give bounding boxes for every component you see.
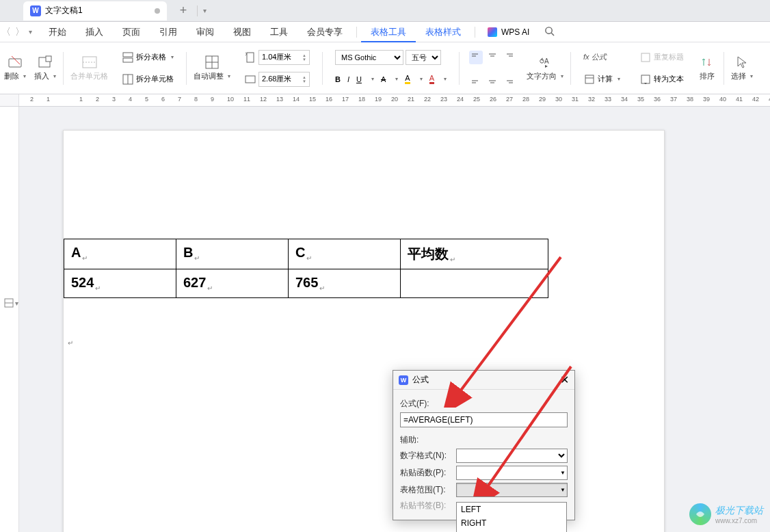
table-cell[interactable]: C↵	[289, 239, 401, 269]
col-width-icon	[244, 73, 256, 85]
paste-bookmark-label: 粘贴书签(B):	[400, 500, 453, 511]
table-range-select[interactable]: ▼	[456, 483, 568, 497]
add-tab-button[interactable]: +	[175, 3, 191, 19]
strike-button[interactable]: A	[381, 75, 386, 83]
nav-icon[interactable]: ▾	[4, 298, 18, 308]
ruler-tick: 6	[161, 96, 165, 103]
ruler-tick: 8	[194, 96, 198, 103]
italic-button[interactable]: I	[347, 75, 349, 83]
menu-start[interactable]: 开始	[39, 26, 76, 38]
search-icon[interactable]	[537, 26, 561, 38]
menu-insert[interactable]: 插入	[76, 26, 113, 38]
ruler-tick: 3	[112, 96, 116, 103]
wps-ai-button[interactable]: WPS AI	[479, 27, 537, 37]
highlight-button[interactable]: A	[405, 74, 410, 84]
ruler-tick: 42	[752, 96, 759, 103]
nav-dropdown-icon[interactable]: ▾	[29, 28, 32, 36]
font-name-select[interactable]: MS Gothic	[335, 50, 403, 65]
dialog-titlebar[interactable]: W 公式 ✕	[393, 371, 574, 390]
close-icon[interactable]: ✕	[560, 373, 569, 386]
menu-review[interactable]: 审阅	[187, 26, 224, 38]
ruler-tick: 16	[326, 96, 332, 103]
table-cell[interactable]: 平均数↵	[401, 239, 548, 269]
paste-function-select[interactable]: ▼	[456, 466, 568, 480]
table-range-dropdown: LEFT RIGHT ABOVE BELOW	[456, 502, 567, 532]
ruler-tick: 41	[736, 96, 743, 103]
wps-ai-label: WPS AI	[501, 27, 529, 37]
ruler-tick: 34	[621, 96, 628, 103]
repeat-header-button[interactable]: 重复标题	[637, 48, 687, 67]
select-button[interactable]: 选择▾	[727, 52, 757, 84]
table-cell[interactable]	[401, 269, 548, 298]
v-ruler[interactable]	[0, 107, 19, 532]
to-text-button[interactable]: 转为文本	[637, 70, 687, 89]
menu-table-style[interactable]: 表格样式	[416, 26, 470, 38]
align-br-button[interactable]	[502, 72, 516, 86]
menu-table-tools[interactable]: 表格工具	[361, 22, 416, 42]
table-cell[interactable]: B↵	[176, 239, 289, 269]
nav-back-icon[interactable]: 〈	[1, 26, 11, 38]
menu-member[interactable]: 会员专享	[297, 26, 352, 38]
formula-input[interactable]	[400, 412, 568, 427]
table-cell[interactable]: A↵	[64, 239, 176, 269]
row-height-input[interactable]: 1.04厘米▲▼	[258, 50, 310, 65]
document-table[interactable]: A↵ B↵ C↵ 平均数↵ 524↵ 627↵ 765↵	[64, 239, 548, 298]
fontcolor-button[interactable]: A	[429, 74, 434, 84]
insert-button[interactable]: 插入▾	[30, 52, 60, 84]
merge-cells-button[interactable]: 合并单元格	[66, 52, 112, 84]
svg-rect-32	[641, 53, 650, 62]
fx-formula-button[interactable]: fx 公式	[581, 48, 623, 67]
doc-tab-left: W 文字文稿1	[30, 5, 83, 16]
ruler-tick: 26	[490, 96, 496, 103]
table-ops-group: 重复标题 转为文本	[630, 46, 693, 90]
merge-cells-icon	[82, 55, 97, 70]
align-bc-button[interactable]	[486, 72, 499, 86]
menu-page[interactable]: 页面	[113, 26, 150, 38]
table-cell[interactable]: 765↵	[289, 269, 401, 298]
align-tl-button[interactable]	[469, 51, 483, 64]
chevron-down-icon[interactable]: ▾	[203, 7, 207, 14]
bold-button[interactable]: B	[335, 75, 341, 83]
align-tr-button[interactable]	[502, 51, 516, 64]
h-ruler[interactable]: 3211234567891011121314151617181920212223…	[19, 94, 770, 106]
ruler-tick: 25	[473, 96, 480, 103]
ruler-tick: 29	[539, 96, 546, 103]
number-format-select[interactable]	[456, 449, 568, 463]
tab-bar: W 文字文稿1 + ▾	[0, 0, 770, 22]
text-direction-icon: ⥀A	[537, 55, 553, 70]
tab-close-icon[interactable]	[155, 8, 160, 14]
to-text-icon	[639, 73, 652, 85]
svg-rect-9	[123, 58, 133, 62]
dropdown-item[interactable]: RIGHT	[457, 516, 566, 530]
calculate-button[interactable]: 计算▾	[581, 70, 623, 89]
menu-bar: 〈 〉 ▾ 开始 插入 页面 引用 审阅 视图 工具 会员专享 表格工具 表格样…	[0, 22, 770, 42]
ruler-tick: 32	[588, 96, 595, 103]
svg-text:⥀A: ⥀A	[540, 57, 549, 65]
ruler-tick: 7	[178, 96, 181, 103]
nav-forward-icon[interactable]: 〉	[15, 26, 25, 38]
menu-tools[interactable]: 工具	[261, 26, 297, 38]
col-width-input[interactable]: 2.68厘米▲▼	[258, 72, 310, 87]
split-cells-button[interactable]: 拆分单元格	[119, 70, 176, 89]
size-group: 1.04厘米▲▼ 2.68厘米▲▼	[235, 46, 319, 90]
document-tab[interactable]: W 文字文稿1	[23, 1, 167, 21]
align-tc-button[interactable]	[486, 51, 499, 64]
sort-button[interactable]: 排序	[693, 52, 721, 84]
delete-button[interactable]: 删除▾	[0, 52, 30, 84]
table-cell[interactable]: 524↵	[64, 269, 176, 298]
formula-dialog: W 公式 ✕ 公式(F): 辅助: 数字格式(N): 粘贴函数(P): ▼ 表格…	[393, 370, 575, 520]
ruler-corner	[0, 94, 19, 106]
font-size-select[interactable]: 五号	[406, 50, 441, 65]
separator	[723, 52, 724, 85]
underline-button[interactable]: U	[356, 75, 362, 83]
menu-reference[interactable]: 引用	[150, 26, 187, 38]
split-table-button[interactable]: 拆分表格▾	[119, 48, 176, 67]
table-cell[interactable]: 627↵	[176, 269, 289, 298]
menu-view[interactable]: 视图	[224, 26, 261, 38]
auto-resize-button[interactable]: 自动调整▾	[189, 52, 235, 84]
assist-label: 辅助:	[400, 434, 568, 446]
formula-label: 公式(F):	[400, 398, 568, 410]
align-bl-button[interactable]	[469, 72, 483, 86]
text-direction-button[interactable]: ⥀A 文字方向▾	[522, 52, 568, 84]
dropdown-item[interactable]: LEFT	[457, 503, 566, 516]
